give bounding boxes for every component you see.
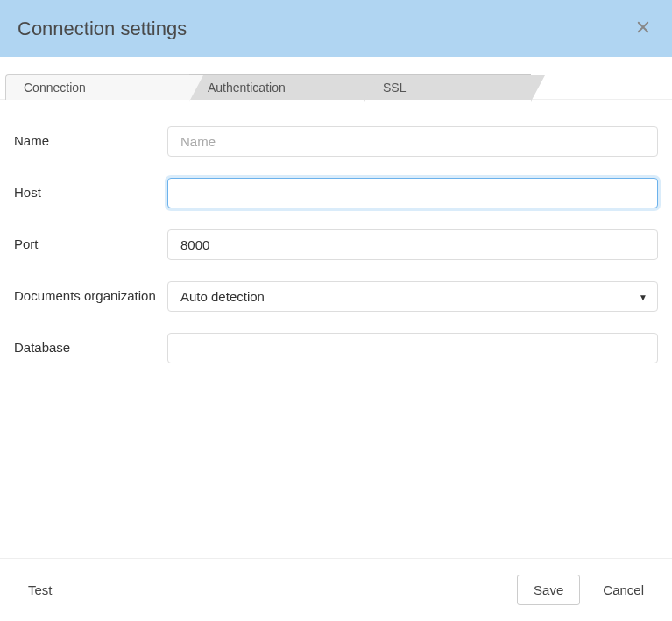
- docs-org-select[interactable]: Auto detection: [167, 281, 658, 312]
- label-name: Name: [14, 126, 167, 148]
- row-database: Database: [14, 333, 658, 363]
- port-input[interactable]: [167, 229, 658, 260]
- row-port: Port: [14, 229, 658, 260]
- save-button[interactable]: Save: [517, 575, 580, 605]
- row-name: Name: [14, 126, 658, 157]
- dialog-title: Connection settings: [18, 18, 187, 40]
- row-docs-org: Documents organization Auto detection ▼: [14, 281, 658, 312]
- label-database: Database: [14, 333, 167, 355]
- row-host: Host: [14, 178, 658, 208]
- host-input[interactable]: [167, 178, 658, 208]
- dialog-header: Connection settings: [0, 0, 672, 57]
- cancel-button[interactable]: Cancel: [599, 577, 647, 603]
- label-port: Port: [14, 229, 167, 251]
- label-host: Host: [14, 178, 167, 200]
- tab-ssl[interactable]: SSL: [356, 74, 531, 100]
- label-docs-org: Documents organization: [14, 281, 167, 303]
- connection-form: Name Host Port Documents organization Au…: [0, 100, 672, 399]
- tab-label: Authentication: [208, 81, 286, 95]
- tab-connection[interactable]: Connection: [5, 74, 189, 100]
- database-input[interactable]: [167, 333, 658, 363]
- tab-label: SSL: [383, 81, 406, 95]
- close-button[interactable]: [632, 16, 654, 41]
- close-icon: [635, 19, 651, 38]
- name-input[interactable]: [167, 126, 658, 157]
- test-button[interactable]: Test: [25, 577, 56, 603]
- tab-authentication[interactable]: Authentication: [180, 74, 364, 100]
- tab-label: Connection: [24, 81, 86, 95]
- dialog-footer: Test Save Cancel: [0, 558, 672, 621]
- tabs-bar: Connection Authentication SSL: [0, 57, 672, 100]
